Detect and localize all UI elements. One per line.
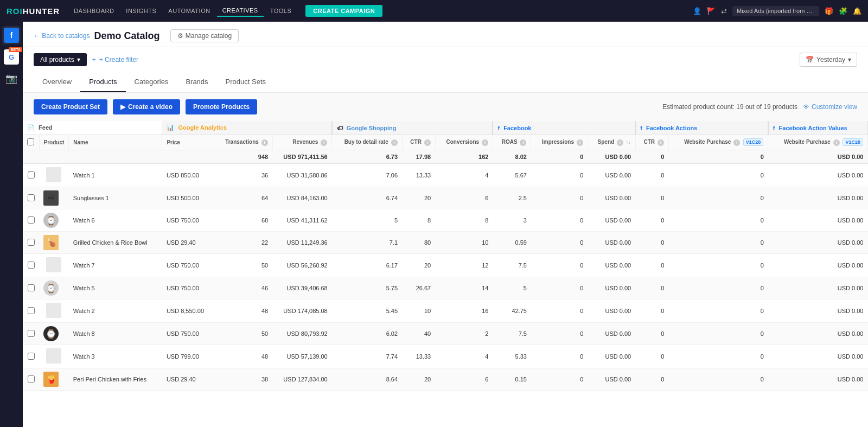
nav-automation[interactable]: AUTOMATION	[163, 5, 215, 16]
row-checkbox[interactable]	[28, 284, 35, 291]
row-checkbox-cell	[23, 254, 39, 277]
customize-view-link[interactable]: 👁 Customize view	[803, 103, 857, 111]
share-icon[interactable]: ⇄	[721, 7, 727, 15]
row-roas: 7.5	[493, 323, 531, 345]
row-price: USD 799.00	[162, 345, 214, 368]
product-thumbnail	[46, 348, 61, 364]
spend-label: Spend	[598, 139, 615, 145]
row-conversions: 4	[435, 164, 493, 187]
row-checkbox[interactable]	[28, 239, 35, 246]
row-roas: 2.5	[493, 187, 531, 209]
conversions-col-header[interactable]: Conversions i	[435, 135, 493, 150]
puzzle-icon[interactable]: 🧩	[839, 7, 847, 15]
buy-to-detail-col-header[interactable]: Buy to detail rate i	[332, 135, 402, 150]
row-checkbox-cell	[23, 209, 39, 232]
create-video-button[interactable]: ▶ Create a video	[113, 99, 180, 114]
create-campaign-button[interactable]: CREATE CAMPAIGN	[305, 5, 382, 17]
create-filter-link[interactable]: + + Create filter	[92, 56, 138, 63]
spend-col-header[interactable]: Spend i ↑↓	[588, 135, 635, 150]
tab-products[interactable]: Products	[80, 72, 125, 92]
totals-img-cell	[39, 150, 69, 164]
select-all-checkbox[interactable]	[27, 138, 34, 145]
row-checkbox[interactable]	[28, 262, 35, 269]
fbav-icon: f	[773, 125, 775, 131]
store-selector[interactable]: Mixed Ads (imported from Faceb...	[732, 6, 819, 16]
row-roas: 42.75	[493, 299, 531, 323]
row-ctr-fb: 0	[635, 232, 668, 254]
tab-categories[interactable]: Categories	[126, 72, 177, 92]
back-to-catalogs-link[interactable]: ← Back to catalogs	[34, 32, 90, 40]
row-price: USD 750.00	[162, 254, 214, 277]
manage-catalog-button[interactable]: ⚙ Manage catalog	[170, 29, 239, 42]
tab-brands[interactable]: Brands	[177, 72, 216, 92]
website-purchase-val-col-header[interactable]: Website Purchase i V1C28	[768, 135, 868, 150]
row-checkbox[interactable]	[28, 375, 35, 383]
tab-overview[interactable]: Overview	[34, 72, 80, 92]
flag-icon[interactable]: 🚩	[707, 7, 716, 15]
row-img-cell	[39, 254, 69, 277]
row-checkbox[interactable]	[28, 216, 35, 224]
product-thumbnail: 🕶	[43, 190, 59, 206]
fba-label: Facebook Actions	[646, 125, 697, 131]
row-roas: 5.67	[493, 164, 531, 187]
ctr-gs-label: CTR	[410, 139, 422, 145]
date-selector[interactable]: 📅 Yesterday ▾	[800, 53, 857, 67]
dropdown-arrow-icon: ▾	[77, 56, 80, 63]
row-spend: USD 0.00	[588, 254, 635, 277]
row-spend: USD 0.00	[588, 209, 635, 232]
website-purchase-val-info-icon: i	[833, 139, 840, 146]
row-checkbox[interactable]	[28, 353, 35, 360]
row-price: USD 750.00	[162, 323, 214, 345]
row-roas: 5	[493, 277, 531, 299]
row-website-purchase-val: USD 0.00	[768, 323, 868, 345]
customize-view-label: Customize view	[812, 103, 857, 111]
eye-icon: 👁	[803, 103, 809, 111]
totals-checkbox-cell	[23, 150, 39, 164]
row-img-cell: 🍗	[39, 232, 69, 254]
row-transactions: 22	[214, 232, 272, 254]
row-website-purchase: 0	[668, 254, 768, 277]
estimated-count-label: Estimated product count: 19 out of 19 pr…	[662, 103, 797, 111]
row-roas: 0.15	[493, 368, 531, 391]
calendar-icon: 📅	[806, 56, 814, 63]
row-checkbox[interactable]	[28, 171, 35, 179]
nav-tools[interactable]: TOOLS	[265, 5, 297, 16]
row-checkbox[interactable]	[28, 194, 35, 201]
sidebar-facebook-icon[interactable]: f	[2, 26, 21, 44]
website-purchase-col-header[interactable]: Website Purchase i V1C28	[668, 135, 768, 150]
row-checkbox[interactable]	[28, 330, 35, 337]
promote-products-button[interactable]: Promote Products	[186, 99, 257, 114]
table-row: ⌚ Watch 8 USD 750.00 50 USD 80,793.92 6.…	[23, 323, 868, 345]
nav-dashboard[interactable]: DASHBOARD	[68, 5, 119, 16]
filter-left: All products ▾ + + Create filter	[34, 53, 138, 66]
impressions-col-header[interactable]: Impressions i	[531, 135, 588, 150]
row-checkbox-cell	[23, 277, 39, 299]
row-impressions: 0	[531, 254, 588, 277]
gs-label: Google Shopping	[347, 125, 397, 131]
row-impressions: 0	[531, 277, 588, 299]
all-products-button[interactable]: All products ▾	[34, 53, 87, 66]
gift-icon[interactable]: 🎁	[825, 7, 833, 15]
products-table-container: 📄 Feed 📊 Google Analytics 🏷 Google Shopp…	[23, 121, 868, 391]
row-ctr-fb: 0	[635, 299, 668, 323]
ctr-fb-col-header[interactable]: CTR i	[635, 135, 668, 150]
header-area: ← Back to catalogs Demo Catalog ⚙ Manage…	[23, 22, 868, 47]
nav-creatives[interactable]: CREATIVES	[217, 5, 264, 17]
transactions-col-header[interactable]: Transactions i	[214, 135, 272, 150]
avatar-icon[interactable]: 👤	[693, 7, 701, 15]
row-buy-to-detail: 8.64	[332, 368, 402, 391]
row-checkbox[interactable]	[28, 307, 35, 314]
nav-insights[interactable]: INSIGHTS	[120, 5, 162, 16]
price-col-header[interactable]: Price	[162, 135, 214, 150]
totals-website-purchase: 0	[668, 150, 768, 164]
sidebar-camera-icon[interactable]: 📷	[2, 69, 21, 88]
row-ctr-fb: 0	[635, 209, 668, 232]
name-col-header[interactable]: Name	[69, 135, 162, 150]
sidebar-google-icon[interactable]: GBETA	[2, 48, 21, 66]
create-product-set-button[interactable]: Create Product Set	[34, 99, 107, 114]
roas-col-header[interactable]: ROAS i	[493, 135, 531, 150]
ctr-gs-col-header[interactable]: CTR i	[402, 135, 435, 150]
notification-icon[interactable]: 🔔	[853, 7, 861, 15]
tab-product-sets[interactable]: Product Sets	[217, 72, 275, 92]
revenues-col-header[interactable]: Revenues i	[272, 135, 332, 150]
